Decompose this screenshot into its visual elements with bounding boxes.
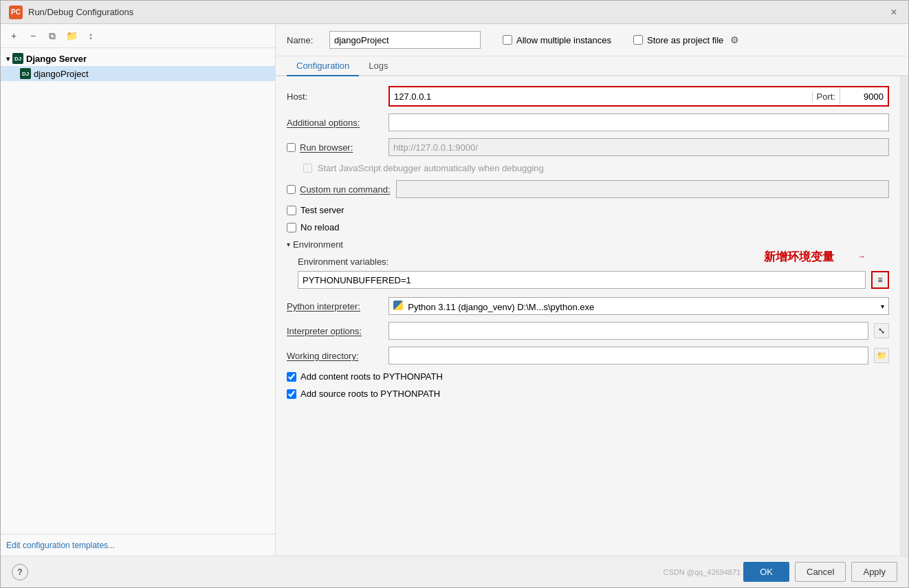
interpreter-options-input[interactable] xyxy=(388,322,868,340)
sidebar-toolbar: + − ⧉ 📁 ↕ xyxy=(1,24,275,48)
test-server-label: Test server xyxy=(300,205,344,215)
run-browser-label: Run browser: xyxy=(300,142,353,153)
dropdown-chevron-icon: ▾ xyxy=(881,303,884,310)
title-bar-left: PC Run/Debug Configurations xyxy=(9,6,133,19)
scrollbar[interactable] xyxy=(900,76,908,556)
environment-header: ▾ Environment xyxy=(287,239,889,250)
title-bar: PC Run/Debug Configurations × xyxy=(1,1,908,24)
run-browser-checkbox-group: Run browser: xyxy=(287,142,383,153)
working-directory-label: Working directory: xyxy=(287,351,383,361)
tree-child-label: djangoProject xyxy=(34,69,89,79)
env-variables-input[interactable] xyxy=(298,271,866,289)
footer-left: ? xyxy=(12,564,28,580)
sidebar-tree: ▾ DJ Django Server DJ djangoProject xyxy=(1,48,275,534)
working-directory-input[interactable] xyxy=(388,347,868,364)
allow-multiple-label: Allow multiple instances xyxy=(516,35,611,45)
port-input[interactable] xyxy=(840,87,888,105)
host-section: 输入ip+端口号 Host: Port: xyxy=(287,86,889,107)
working-directory-browse-button[interactable]: 📁 xyxy=(874,348,889,363)
apply-button[interactable]: Apply xyxy=(851,562,897,582)
interpreter-dropdown[interactable]: Python 3.11 (django_venv) D:\M...s\pytho… xyxy=(388,297,889,315)
allow-multiple-checkbox[interactable] xyxy=(503,35,512,45)
environment-section-label: Environment xyxy=(293,239,343,250)
js-debugger-label: Start JavaScript debugger automatically … xyxy=(318,163,544,173)
interpreter-row: Python interpreter: Python 3.11 (django_… xyxy=(287,297,889,315)
custom-run-input[interactable] xyxy=(396,180,890,198)
add-source-roots-label: Add source roots to PYTHONPATH xyxy=(300,389,440,399)
host-input[interactable] xyxy=(390,87,812,105)
sidebar: + − ⧉ 📁 ↕ ▾ DJ Django Server DJ djangoPr… xyxy=(1,24,276,556)
close-button[interactable]: × xyxy=(888,6,900,19)
app-icon: PC xyxy=(9,6,23,19)
python-icon xyxy=(393,301,403,310)
project-settings-gear-button[interactable]: ⚙ xyxy=(727,33,741,47)
env-section: Environment variables: 新增环境变量 → ≡ xyxy=(287,257,889,289)
remove-config-button[interactable]: − xyxy=(25,28,41,43)
allow-multiple-group: Allow multiple instances xyxy=(503,35,611,45)
run-browser-row: Run browser: xyxy=(287,138,889,156)
main-panel: Name: Allow multiple instances Store as … xyxy=(276,24,908,556)
store-as-project-checkbox[interactable] xyxy=(633,35,643,45)
help-button[interactable]: ? xyxy=(12,564,28,580)
name-row: Name: Allow multiple instances Store as … xyxy=(276,24,908,56)
port-label: Port: xyxy=(812,91,840,102)
add-content-roots-row: Add content roots to PYTHONPATH xyxy=(287,371,889,382)
tree-item-django-project[interactable]: DJ djangoProject xyxy=(1,66,275,81)
env-field-row: 新增环境变量 → ≡ xyxy=(287,271,889,289)
run-browser-input[interactable] xyxy=(388,138,889,156)
add-source-roots-checkbox[interactable] xyxy=(287,389,296,399)
name-input[interactable] xyxy=(329,31,481,49)
interpreter-options-label: Interpreter options: xyxy=(287,326,383,336)
folder-config-button[interactable]: 📁 xyxy=(64,28,79,43)
watermark: CSDN @qq_42694871 xyxy=(664,568,744,576)
custom-run-label: Custom run command: xyxy=(300,184,391,195)
additional-options-label: Additional options: xyxy=(287,118,383,128)
store-as-project-label: Store as project file xyxy=(647,35,723,45)
chevron-down-env-icon: ▾ xyxy=(287,241,290,248)
run-debug-dialog: PC Run/Debug Configurations × + − ⧉ 📁 ↕ … xyxy=(0,0,909,588)
host-label: Host: xyxy=(287,91,383,102)
tabs-row: Configuration Logs xyxy=(276,56,908,76)
interpreter-options-row: Interpreter options: ⤡ xyxy=(287,322,889,340)
chevron-down-icon: ▾ xyxy=(6,55,10,63)
right-panel-with-scroll: 输入ip+端口号 Host: Port: Additional op xyxy=(276,76,908,556)
test-server-checkbox[interactable] xyxy=(287,206,296,215)
js-debugger-checkbox[interactable] xyxy=(303,164,312,173)
django-item-icon: DJ xyxy=(20,68,31,79)
interpreter-options-expand-button[interactable]: ⤡ xyxy=(874,323,889,338)
add-content-roots-label: Add content roots to PYTHONPATH xyxy=(300,371,443,382)
tab-logs[interactable]: Logs xyxy=(359,56,397,76)
add-source-roots-row: Add source roots to PYTHONPATH xyxy=(287,389,889,399)
python-interpreter-label: Python interpreter: xyxy=(287,301,383,312)
additional-options-input[interactable] xyxy=(388,113,889,131)
python-interpreter-value: Python 3.11 (django_venv) D:\M...s\pytho… xyxy=(393,301,594,312)
edit-templates-link[interactable]: Edit configuration templates... xyxy=(6,541,115,550)
dialog-title: Run/Debug Configurations xyxy=(28,7,133,17)
add-content-roots-checkbox[interactable] xyxy=(287,372,296,382)
additional-options-row: Additional options: xyxy=(287,113,889,131)
custom-run-checkbox-group: Custom run command: xyxy=(287,184,391,195)
dialog-footer: ? CSDN @qq_42694871 OK Cancel Apply xyxy=(1,556,908,587)
no-reload-checkbox[interactable] xyxy=(287,223,296,232)
dialog-body: + − ⧉ 📁 ↕ ▾ DJ Django Server DJ djangoPr… xyxy=(1,24,908,556)
copy-config-button[interactable]: ⧉ xyxy=(45,28,60,43)
working-directory-row: Working directory: 📁 xyxy=(287,347,889,364)
host-input-box: Port: xyxy=(388,86,889,107)
host-row: Host: Port: xyxy=(287,86,889,107)
sort-config-button[interactable]: ↕ xyxy=(83,28,98,43)
run-browser-checkbox[interactable] xyxy=(287,143,296,152)
env-variables-label: Environment variables: xyxy=(287,257,889,267)
tab-configuration[interactable]: Configuration xyxy=(287,56,359,76)
add-config-button[interactable]: + xyxy=(6,28,21,43)
custom-run-checkbox[interactable] xyxy=(287,185,296,194)
cancel-button[interactable]: Cancel xyxy=(795,562,846,582)
django-group-icon: DJ xyxy=(12,53,23,64)
config-content: 输入ip+端口号 Host: Port: Additional op xyxy=(276,76,900,556)
env-edit-button[interactable]: ≡ xyxy=(871,271,889,289)
name-label: Name: xyxy=(287,35,321,45)
tree-group-django[interactable]: ▾ DJ Django Server xyxy=(1,51,275,66)
env-button-container: → ≡ xyxy=(871,271,889,289)
custom-run-command-row: Custom run command: xyxy=(287,180,889,198)
test-server-row: Test server xyxy=(287,205,889,215)
ok-button[interactable]: OK xyxy=(743,562,789,582)
